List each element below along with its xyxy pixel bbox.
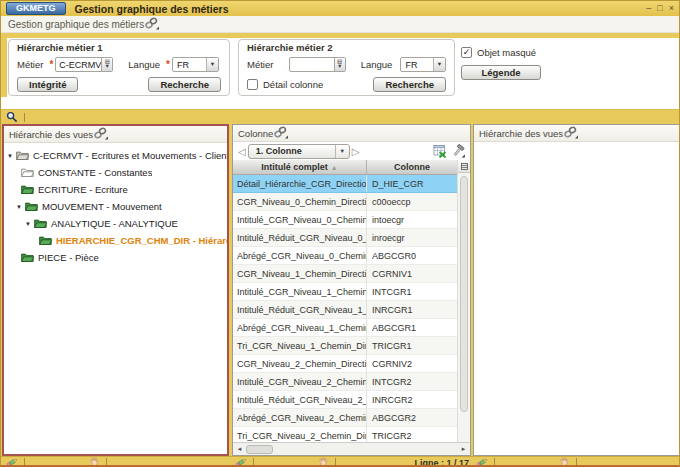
required-asterisk: * xyxy=(166,59,170,70)
cell-intitule: CGR_Niveau_0_Chemin_Directions xyxy=(233,193,367,210)
next-column-button[interactable]: ▷ xyxy=(350,146,362,157)
table-row[interactable]: Détail_Hiérarchie_CGR_Directions D_HIE_C… xyxy=(233,175,457,193)
metier1-input[interactable]: C-ECRMVT ▤ ▼ xyxy=(55,57,113,72)
table-row[interactable]: Intitulé_CGR_Niveau_1_Chemin_Dire INTCGR… xyxy=(233,283,457,301)
line-counter: Ligne : 1 / 17 xyxy=(414,458,471,467)
expand-arrow-icon[interactable]: ▼ xyxy=(7,153,16,159)
column-selector[interactable]: 1. Colonne ▼ xyxy=(248,144,350,159)
divider xyxy=(24,113,25,122)
table-header-row: Intitulé complet ▲ Colonne xyxy=(233,160,457,175)
link-icon[interactable] xyxy=(563,126,578,139)
table-row[interactable]: CGR_Niveau_1_Chemin_Directions CGRNIV1 xyxy=(233,265,457,283)
pan-hand-icon[interactable] xyxy=(89,457,100,467)
langue1-select[interactable]: FR ▼ xyxy=(172,57,219,72)
table-row[interactable]: Abrégé_CGR_Niveau_1_Chemin_Direc ABGCGR1 xyxy=(233,319,457,337)
cell-intitule: Tri_CGR_Niveau_1_Chemin_Direction xyxy=(233,337,367,354)
table-row[interactable]: Abrégé_CGR_Niveau_0_Chemin_Direc ABGCGR0 xyxy=(233,247,457,265)
metier2-spinner[interactable]: ▤ ▼ xyxy=(334,58,345,71)
langue2-select[interactable]: FR ▼ xyxy=(400,57,446,72)
expand-arrow-icon[interactable]: ▼ xyxy=(16,204,25,210)
minimize-button[interactable]: – xyxy=(646,2,651,15)
link-icon-slot xyxy=(563,126,578,141)
chevron-down-icon: ▼ xyxy=(206,58,218,71)
vertical-scrollbar[interactable] xyxy=(457,160,470,442)
metier2-label: Métier xyxy=(247,59,273,70)
column-panel-header: Colonne xyxy=(233,125,470,142)
column-options-button[interactable] xyxy=(458,160,470,173)
prev-column-button[interactable]: ◁ xyxy=(236,146,248,157)
hierarchy-panel-2-title: Hiérarchie des vues xyxy=(479,128,563,139)
tree-item[interactable]: HIERARCHIE_CGR_CHM_DIR - Hiérarchie CGR … xyxy=(4,232,227,249)
cell-intitule: Intitulé_Réduit_CGR_Niveau_2_Chem xyxy=(233,391,367,408)
close-button[interactable]: × xyxy=(669,2,674,15)
table-row[interactable]: CGR_Niveau_0_Chemin_Directions c00oeccp xyxy=(233,193,457,211)
metier1-spinner[interactable]: ▤ ▼ xyxy=(101,58,112,71)
metier1-value: C-ECRMVT xyxy=(56,58,101,71)
tree-item[interactable]: ▼ C-ECRMVT - Ecritures et Mouvements - C… xyxy=(4,147,227,164)
panels-area: Hiérarchie des vues ▼ C-ECRMVT - Ecritur… xyxy=(1,124,679,456)
tree-item[interactable]: PIECE - Pièce xyxy=(4,249,227,266)
expand-arrow-icon[interactable]: ▼ xyxy=(25,221,34,227)
window-controls: – □ × xyxy=(646,2,674,15)
edit-pencil-icon[interactable] xyxy=(6,457,18,467)
horizontal-scrollbar[interactable]: ◄ ► xyxy=(233,442,470,455)
link-icon[interactable] xyxy=(93,127,108,140)
metier2-input[interactable]: ▤ ▼ xyxy=(289,57,345,72)
detail-colonne-checkbox[interactable] xyxy=(247,79,258,90)
table-row[interactable]: Intitulé_Réduit_CGR_Niveau_0_Chemi inroe… xyxy=(233,229,457,247)
horizontal-scroll-thumb[interactable] xyxy=(246,445,273,454)
cell-intitule: Abrégé_CGR_Niveau_1_Chemin_Direc xyxy=(233,319,367,336)
hand-slot xyxy=(318,457,329,467)
scroll-left-button[interactable]: ◄ xyxy=(233,446,246,452)
vertical-scroll-thumb[interactable] xyxy=(460,176,468,412)
link-icon[interactable] xyxy=(273,126,288,139)
integrite-button[interactable]: Intégrité xyxy=(17,77,78,92)
legende-button[interactable]: Légende xyxy=(461,65,541,80)
tools-icon[interactable] xyxy=(451,144,465,158)
recherche2-button[interactable]: Recherche xyxy=(373,77,446,92)
table-row[interactable]: Abrégé_CGR_Niveau_2_Chemin_Direc ABGCGR2 xyxy=(233,409,457,427)
edit-pencil-icon[interactable] xyxy=(476,457,488,467)
cell-colonne: ABGCGR1 xyxy=(367,323,457,333)
table-row[interactable]: Tri_CGR_Niveau_2_Chemin_Direction TRICGR… xyxy=(233,427,457,442)
header-colonne[interactable]: Colonne xyxy=(367,160,457,174)
table-row[interactable]: Tri_CGR_Niveau_1_Chemin_Direction TRICGR… xyxy=(233,337,457,355)
table-row[interactable]: Intitulé_Réduit_CGR_Niveau_1_Chem INRCGR… xyxy=(233,301,457,319)
export-table-icon[interactable] xyxy=(433,144,447,158)
header-intitule-complet[interactable]: Intitulé complet ▲ xyxy=(233,160,367,174)
tree-item[interactable]: ▼ MOUVEMENT - Mouvement xyxy=(4,198,227,215)
maximize-button[interactable]: □ xyxy=(657,2,662,15)
scroll-right-button[interactable]: ► xyxy=(457,446,470,452)
cell-colonne: INRCGR1 xyxy=(367,305,457,315)
langue2-label: Langue xyxy=(361,59,393,70)
divider xyxy=(253,458,254,467)
table-row[interactable]: CGR_Niveau_2_Chemin_Directions CGRNIV2 xyxy=(233,355,457,373)
recherche1-button[interactable]: Recherche xyxy=(148,77,221,92)
divider xyxy=(335,458,336,467)
folder-icon xyxy=(21,167,34,178)
tree-item[interactable]: CONSTANTE - Constantes xyxy=(4,164,227,181)
search-icon[interactable] xyxy=(6,111,18,123)
table-row[interactable]: Intitulé_CGR_Niveau_2_Chemin_Dire INTCGR… xyxy=(233,373,457,391)
hierarchie-metier-1-group: Hiérarchie métier 1 Métier * C-ECRMVT ▤ … xyxy=(8,39,230,96)
folder-icon xyxy=(16,150,29,161)
tree-item[interactable]: ECRITURE - Ecriture xyxy=(4,181,227,198)
pan-hand-icon[interactable] xyxy=(318,457,329,467)
tree-item-label: ANALYTIQUE - ANALYTIQUE xyxy=(51,218,178,229)
table-row[interactable]: Intitulé_Réduit_CGR_Niveau_2_Chem INRCGR… xyxy=(233,391,457,409)
cell-intitule: Intitulé_CGR_Niveau_2_Chemin_Dire xyxy=(233,373,367,390)
tree-item-label: C-ECRMVT - Ecritures et Mouvements - Cli… xyxy=(33,150,227,161)
cell-colonne: D_HIE_CGR xyxy=(367,179,457,189)
cell-colonne: ABGCGR2 xyxy=(367,413,457,423)
hierarchy-panel: Hiérarchie des vues ▼ C-ECRMVT - Ecritur… xyxy=(2,124,229,456)
edit-pencil-icon[interactable] xyxy=(235,457,247,467)
folder-icon xyxy=(21,184,34,195)
objet-masque-checkbox[interactable]: ✓ xyxy=(461,47,472,58)
pan-hand-icon[interactable] xyxy=(559,457,570,467)
cell-colonne: TRICGR2 xyxy=(367,431,457,441)
tree-item[interactable]: ▼ ANALYTIQUE - ANALYTIQUE xyxy=(4,215,227,232)
link-icon[interactable] xyxy=(144,17,159,30)
table-row[interactable]: Intitulé_CGR_Niveau_0_Chemin_Direc intoe… xyxy=(233,211,457,229)
cell-colonne: ABGCGR0 xyxy=(367,251,457,261)
hierarchie-metier-2-group: Hiérarchie métier 2 Métier ▤ ▼ Langue FR… xyxy=(238,39,455,96)
